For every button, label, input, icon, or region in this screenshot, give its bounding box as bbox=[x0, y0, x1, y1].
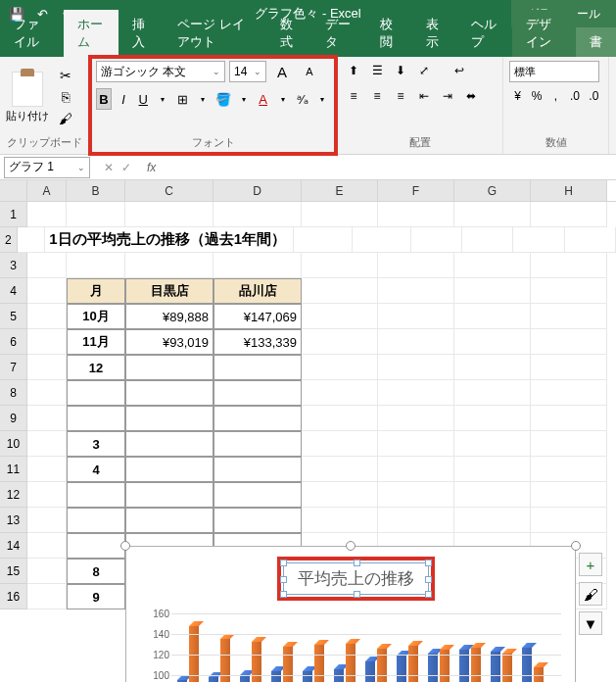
cell[interactable] bbox=[565, 227, 616, 253]
cell[interactable] bbox=[27, 482, 67, 508]
cell[interactable] bbox=[302, 431, 378, 457]
cell[interactable] bbox=[27, 202, 67, 227]
cell[interactable] bbox=[378, 304, 454, 329]
merge-icon[interactable]: ⬌ bbox=[460, 86, 482, 106]
cell[interactable] bbox=[531, 406, 607, 431]
cell[interactable] bbox=[125, 431, 213, 457]
cell[interactable] bbox=[27, 329, 67, 355]
cell[interactable]: 8 bbox=[67, 559, 125, 584]
cell[interactable]: 月 bbox=[67, 278, 125, 304]
cell[interactable]: 目黒店 bbox=[125, 278, 213, 304]
cell[interactable]: ¥93,019 bbox=[125, 329, 213, 355]
cell[interactable] bbox=[213, 202, 302, 227]
cell[interactable] bbox=[213, 457, 302, 482]
bar[interactable] bbox=[314, 645, 324, 682]
col-header[interactable]: C bbox=[125, 180, 213, 201]
ruby-more-icon[interactable]: ▾ bbox=[314, 88, 330, 110]
tab-home[interactable]: ホーム bbox=[64, 10, 118, 57]
cell[interactable] bbox=[531, 482, 607, 508]
bar[interactable] bbox=[365, 661, 375, 682]
cell[interactable] bbox=[125, 355, 213, 380]
currency-icon[interactable]: ¥ bbox=[509, 86, 526, 106]
resize-handle[interactable] bbox=[346, 541, 355, 551]
align-bottom-icon[interactable]: ⬇ bbox=[390, 61, 411, 80]
tab-page-layout[interactable]: ページ レイアウト bbox=[164, 10, 266, 57]
cell[interactable] bbox=[454, 508, 531, 533]
cell[interactable] bbox=[378, 380, 454, 406]
fill-color-icon[interactable]: 🪣 bbox=[214, 88, 232, 110]
resize-handle[interactable] bbox=[120, 541, 130, 551]
cell[interactable] bbox=[454, 329, 531, 355]
cell[interactable] bbox=[378, 202, 454, 227]
tab-file[interactable]: ファイル bbox=[0, 10, 64, 57]
cut-icon[interactable]: ✂ bbox=[57, 67, 74, 84]
increase-decimal-icon[interactable]: .0 bbox=[566, 86, 583, 106]
cell[interactable] bbox=[378, 329, 454, 355]
cell[interactable] bbox=[378, 457, 454, 482]
orientation-icon[interactable]: ⤢ bbox=[413, 61, 435, 80]
col-header[interactable]: G bbox=[454, 180, 531, 201]
title-handle[interactable] bbox=[425, 560, 432, 566]
increase-font-icon[interactable]: A bbox=[270, 61, 294, 82]
bar[interactable] bbox=[303, 671, 312, 683]
cell[interactable] bbox=[302, 329, 378, 355]
title-handle[interactable] bbox=[280, 576, 287, 583]
col-header[interactable]: F bbox=[378, 180, 454, 201]
col-header[interactable]: D bbox=[213, 180, 302, 201]
cell[interactable] bbox=[411, 227, 462, 253]
cell[interactable] bbox=[302, 482, 378, 508]
cell[interactable] bbox=[531, 355, 607, 380]
bar[interactable] bbox=[522, 648, 532, 682]
cell[interactable] bbox=[27, 406, 67, 431]
col-header[interactable]: A bbox=[27, 180, 67, 201]
plot-area[interactable] bbox=[171, 613, 561, 682]
cell[interactable] bbox=[302, 380, 378, 406]
number-format-select[interactable]: 標準 bbox=[509, 61, 599, 82]
tab-design[interactable]: デザイン bbox=[512, 10, 576, 57]
tab-review[interactable]: 校閲 bbox=[366, 10, 412, 57]
indent-decrease-icon[interactable]: ⇤ bbox=[413, 86, 435, 106]
cell[interactable] bbox=[27, 457, 67, 482]
bar[interactable] bbox=[209, 677, 218, 682]
cell[interactable] bbox=[454, 355, 531, 380]
row-header[interactable]: 5 bbox=[0, 304, 27, 329]
row-header[interactable]: 14 bbox=[0, 533, 27, 559]
cell[interactable] bbox=[27, 355, 67, 380]
chart-title[interactable]: 平均売上の推移 bbox=[283, 562, 429, 595]
col-header[interactable]: E bbox=[302, 180, 378, 201]
format-painter-icon[interactable]: 🖌 bbox=[57, 110, 74, 127]
bar[interactable] bbox=[240, 675, 250, 682]
cell[interactable] bbox=[378, 253, 454, 278]
cell[interactable]: ¥147,069 bbox=[213, 304, 302, 329]
cell[interactable] bbox=[378, 482, 454, 508]
cell[interactable] bbox=[125, 508, 213, 533]
italic-button[interactable]: I bbox=[116, 88, 131, 110]
cell[interactable] bbox=[213, 253, 302, 278]
title-handle[interactable] bbox=[280, 591, 287, 598]
cell[interactable] bbox=[302, 406, 378, 431]
fx-icon[interactable]: fx bbox=[141, 161, 162, 174]
cell[interactable] bbox=[27, 559, 67, 584]
chart-filter-button[interactable]: ▼ bbox=[579, 611, 602, 635]
row-header[interactable]: 3 bbox=[0, 253, 27, 278]
cell[interactable] bbox=[454, 380, 531, 406]
row-header[interactable]: 8 bbox=[0, 380, 27, 406]
title-handle[interactable] bbox=[354, 591, 360, 598]
font-color-icon[interactable]: A bbox=[256, 88, 271, 110]
name-box[interactable]: グラフ 1 ⌄ bbox=[4, 157, 90, 178]
row-header[interactable]: 6 bbox=[0, 329, 27, 355]
cell[interactable] bbox=[27, 253, 67, 278]
cell[interactable] bbox=[213, 355, 302, 380]
cell[interactable] bbox=[27, 304, 67, 329]
cell[interactable]: 4 bbox=[67, 457, 125, 482]
cell[interactable]: 9 bbox=[67, 584, 125, 609]
row-header[interactable]: 9 bbox=[0, 406, 27, 431]
select-all-corner[interactable] bbox=[0, 180, 27, 201]
cell[interactable] bbox=[378, 278, 454, 304]
cell[interactable] bbox=[531, 380, 607, 406]
bar[interactable] bbox=[283, 647, 293, 682]
cell[interactable] bbox=[378, 508, 454, 533]
row-header[interactable]: 1 bbox=[0, 202, 27, 227]
tab-view[interactable]: 表示 bbox=[412, 10, 458, 57]
cell[interactable] bbox=[378, 355, 454, 380]
